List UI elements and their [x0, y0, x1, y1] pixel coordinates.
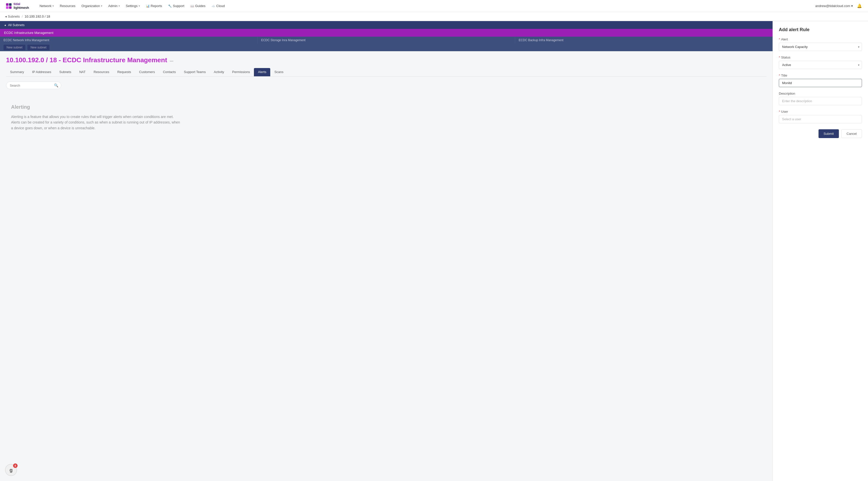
- status-label: * Status: [779, 56, 862, 59]
- form-actions: Submit Cancel: [779, 129, 862, 138]
- all-subnets-row[interactable]: ▲ All Subnets: [0, 21, 773, 29]
- status-required: *: [779, 56, 780, 59]
- title-input[interactable]: [779, 79, 862, 87]
- tab-support-teams[interactable]: Support Teams: [180, 68, 210, 76]
- chevron-down-icon: ▾: [53, 4, 54, 7]
- tab-requests[interactable]: Requests: [113, 68, 135, 76]
- tab-permissions[interactable]: Permissions: [228, 68, 254, 76]
- chevron-down-icon: ▾: [119, 4, 120, 7]
- alerting-empty-state: Alerting Alerting is a feature that allo…: [6, 94, 767, 141]
- child-subnet-1[interactable]: ECDC Storage Inra Management: [258, 37, 516, 44]
- page-content: 10.100.192.0 / 18 - ECDC Infrastructure …: [0, 51, 773, 146]
- main-layout: ▲ All Subnets ECDC Infrastructure Manage…: [0, 21, 868, 481]
- tab-scans[interactable]: Scans: [270, 68, 287, 76]
- chevron-down-icon: ▾: [101, 4, 102, 7]
- alert-form-group: * Alert Network Capacity Device Down IP …: [779, 37, 862, 51]
- search-bar[interactable]: 🔍: [6, 82, 61, 89]
- tab-ip-addresses[interactable]: IP Addresses: [28, 68, 55, 76]
- status-select-wrapper: Active Inactive: [779, 61, 862, 69]
- user-required: *: [779, 110, 780, 114]
- description-form-group: Description: [779, 92, 862, 105]
- status-form-group: * Status Active Inactive: [779, 56, 862, 69]
- user-input[interactable]: [779, 115, 862, 123]
- tab-customers[interactable]: Customers: [135, 68, 159, 76]
- nav-right: andrew@tidalcloud.com ▾ 🔔: [815, 3, 862, 8]
- title-required: *: [779, 73, 780, 77]
- nav-organization[interactable]: Organization ▾: [79, 2, 105, 9]
- new-subnet-button-1[interactable]: New subnet: [27, 45, 49, 50]
- top-navigation: tidal lightmesh Network ▾ Resources Orga…: [0, 0, 868, 12]
- title-label: * Title: [779, 73, 862, 77]
- logo-text: tidal lightmesh: [13, 2, 29, 9]
- child-subnet-0[interactable]: ECDC Network Infra Management: [0, 37, 258, 44]
- nav-resources[interactable]: Resources: [57, 2, 78, 9]
- left-panel: ▲ All Subnets ECDC Infrastructure Manage…: [0, 21, 773, 481]
- notification-bell-icon[interactable]: 🔔: [857, 3, 862, 8]
- alerting-title: Alerting: [11, 104, 30, 110]
- search-icon: 🔍: [54, 83, 58, 87]
- breadcrumb-current: 10.100.192.0 / 18: [25, 14, 50, 18]
- tab-resources[interactable]: Resources: [90, 68, 113, 76]
- alerting-description: Alerting is a feature that allows you to…: [11, 114, 182, 131]
- more-options-button[interactable]: ...: [170, 58, 174, 63]
- tab-summary[interactable]: Summary: [6, 68, 28, 76]
- arrow-up-icon: ▲: [4, 24, 6, 26]
- chevron-down-icon: ▾: [851, 4, 853, 8]
- nav-support[interactable]: 🔧 Support: [165, 2, 187, 9]
- alert-label: * Alert: [779, 37, 862, 41]
- right-panel: Add alert Rule * Alert Network Capacity …: [773, 21, 868, 481]
- back-arrow-icon: ◂: [5, 14, 7, 18]
- user-menu[interactable]: andrew@tidalcloud.com ▾: [815, 4, 853, 8]
- tabs: Summary IP Addresses Subnets NAT Resourc…: [6, 68, 767, 76]
- tab-nat[interactable]: NAT: [75, 68, 90, 76]
- alert-required: *: [779, 37, 780, 41]
- user-label: * User: [779, 110, 862, 114]
- avatar-icon: g 8: [5, 464, 17, 476]
- tab-contacts[interactable]: Contacts: [159, 68, 180, 76]
- nav-network[interactable]: Network ▾: [37, 2, 56, 9]
- avatar-badge: 8: [13, 463, 18, 468]
- breadcrumb: ◂ Subnets / 10.100.192.0 / 18: [0, 12, 868, 21]
- alert-select-wrapper: Network Capacity Device Down IP Exhausti…: [779, 43, 862, 51]
- tab-activity[interactable]: Activity: [210, 68, 228, 76]
- nav-admin[interactable]: Admin ▾: [106, 2, 122, 9]
- panel-title: Add alert Rule: [779, 27, 862, 32]
- description-input[interactable]: [779, 97, 862, 105]
- new-subnet-row: New subnet New subnet: [0, 44, 773, 51]
- nav-settings[interactable]: Settings ▾: [123, 2, 143, 9]
- nav-guides[interactable]: 📖 Guides: [188, 2, 208, 9]
- nav-reports[interactable]: 📊 Reports: [144, 2, 165, 9]
- title-form-group: * Title: [779, 73, 862, 87]
- tab-alerts[interactable]: Alerts: [254, 68, 270, 76]
- child-subnets-row: ECDC Network Infra Management ECDC Stora…: [0, 37, 773, 44]
- child-subnet-2[interactable]: ECDC Backup Infra Management: [515, 37, 773, 44]
- user-form-group: * User: [779, 110, 862, 123]
- nav-cloud[interactable]: ☁️ Cloud: [209, 2, 227, 9]
- subnet-tree: ▲ All Subnets ECDC Infrastructure Manage…: [0, 21, 773, 51]
- app-logo[interactable]: tidal lightmesh: [6, 2, 29, 9]
- submit-button[interactable]: Submit: [818, 129, 839, 138]
- chevron-down-icon: ▾: [138, 4, 140, 7]
- description-label: Description: [779, 92, 862, 95]
- cancel-button[interactable]: Cancel: [841, 129, 862, 138]
- new-subnet-button-0[interactable]: New subnet: [3, 45, 25, 50]
- nav-items: Network ▾ Resources Organization ▾ Admin…: [37, 2, 815, 9]
- status-select[interactable]: Active Inactive: [779, 61, 862, 69]
- breadcrumb-separator: /: [22, 14, 23, 18]
- main-subnet-row[interactable]: ECDC Infrastructure Management: [0, 29, 773, 37]
- back-to-subnets[interactable]: ◂ Subnets: [5, 14, 20, 18]
- avatar[interactable]: g 8: [5, 464, 17, 476]
- tab-subnets[interactable]: Subnets: [55, 68, 75, 76]
- logo-icon: [6, 3, 11, 9]
- search-input[interactable]: [10, 84, 52, 87]
- page-title: 10.100.192.0 / 18 - ECDC Infrastructure …: [6, 56, 767, 64]
- alert-select[interactable]: Network Capacity Device Down IP Exhausti…: [779, 43, 862, 51]
